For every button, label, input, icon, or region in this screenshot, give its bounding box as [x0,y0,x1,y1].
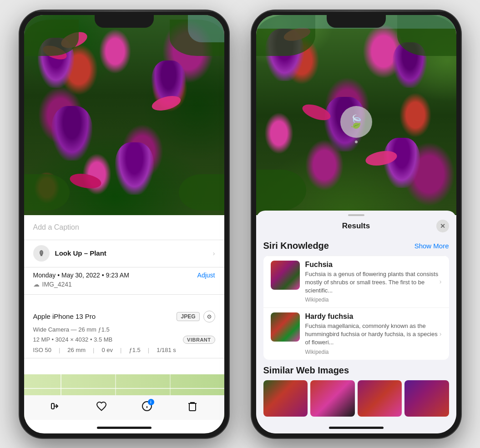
photo-date: Monday • May 30, 2022 • 9:23 AM [33,272,129,279]
fuchsia-name: Fuchsia [305,261,442,269]
aperture-spec: ƒ1.5 [129,347,140,353]
photo-display[interactable] [24,15,224,215]
siri-knowledge-header: Siri Knowledge Show More [256,236,456,254]
camera-specs: Wide Camera — 26 mm ƒ1.5 [33,326,215,333]
caption-placeholder: Add a Caption [33,223,79,231]
device-section: Apple iPhone 13 Pro JPEG ⊙ Wide Camera —… [24,306,224,358]
fuchsia-thumbnail [271,261,300,290]
phone1-content: Add a Caption Look Up – Plant › [24,15,224,433]
lookup-label: Look Up – Plant [55,249,106,257]
hardy-info: Hardy fuchsia Fuchsia magellanica, commo… [305,312,442,355]
svg-point-0 [40,251,42,254]
hardy-source: Wikipedia [305,349,442,355]
similar-image-2[interactable] [310,380,355,417]
notch-2 [327,15,386,28]
similar-title: Similar Web Images [263,365,449,376]
fuchsia-source: Wikipedia [305,297,442,303]
cloud-icon: ☁ [33,281,40,288]
knowledge-item-hardy[interactable]: Hardy fuchsia Fuchsia magellanica, commo… [263,307,449,360]
iso-spec: ISO 50 [33,347,51,353]
phone-1-screen: Add a Caption Look Up – Plant › [24,15,224,433]
siri-leaf-icon: 🍃 [348,114,364,129]
camera-settings-icon[interactable]: ⊙ [203,311,215,322]
shutter-spec: 1/181 s [157,347,176,353]
similar-image-1[interactable] [263,380,308,417]
fuchsia-chevron-icon: › [440,278,442,285]
siri-knowledge-section: Fuchsia Fuchsia is a genus of flowering … [263,256,449,360]
siri-dot [355,141,358,143]
close-button[interactable]: ✕ [436,220,449,232]
info-button[interactable]: i [141,401,152,414]
results-title: Results [342,221,370,231]
notch-1 [95,15,154,28]
hardy-chevron-icon: › [440,330,442,337]
panel-handle [348,214,364,216]
fuchsia-info: Fuchsia Fuchsia is a genus of flowering … [305,261,442,303]
favorite-button[interactable] [96,401,107,414]
vibrant-badge: VIBRANT [183,336,215,344]
adjust-button[interactable]: Adjust [197,272,215,279]
exposure-spec: 0 ev [101,347,113,353]
siri-visual-button[interactable]: 🍃 [340,106,372,138]
phone2-content: 🍃 Results ✕ Siri Knowledge Show More [256,15,456,433]
hardy-desc: Fuchsia magellanica, commonly known as t… [305,322,442,347]
hardy-thumbnail [271,312,300,342]
phone-2: 🍃 Results ✕ Siri Knowledge Show More [252,10,461,438]
similar-image-4[interactable] [404,380,449,417]
caption-area[interactable]: Add a Caption [24,215,224,240]
jpeg-badge: JPEG [177,312,199,321]
device-name: Apple iPhone 13 Pro [33,312,96,320]
home-indicator-2 [329,427,384,429]
home-indicator-1 [97,427,152,429]
tech-specs: ISO 50 | 26 mm | 0 ev | ƒ1.5 | 1/181 s [33,347,215,353]
mp-info: 12 MP • 3024 × 4032 • 3.5 MB [33,336,113,343]
knowledge-item-fuchsia[interactable]: Fuchsia Fuchsia is a genus of flowering … [263,256,449,308]
results-panel: Results ✕ Siri Knowledge Show More [256,211,456,433]
bottom-toolbar: i [24,395,224,420]
phone-2-screen: 🍃 Results ✕ Siri Knowledge Show More [256,15,456,433]
siri-icon [33,245,50,262]
fuchsia-desc: Fuchsia is a genus of flowering plants t… [305,270,442,295]
svg-rect-1 [51,403,54,409]
lookup-chevron-icon: › [213,250,215,257]
info-badge: i [148,399,154,405]
file-name: IMG_4241 [42,281,72,288]
phone-1: Add a Caption Look Up – Plant › [20,10,229,438]
share-button[interactable] [51,401,61,414]
similar-images-row [263,380,449,417]
similar-section: Similar Web Images [256,365,456,417]
delete-button[interactable] [187,401,198,414]
focal-spec: 26 mm [67,347,86,353]
hardy-name: Hardy fuchsia [305,312,442,321]
siri-knowledge-title: Siri Knowledge [263,241,329,251]
results-header: Results ✕ [256,220,456,236]
show-more-button[interactable]: Show More [414,242,449,250]
metadata-section: Monday • May 30, 2022 • 9:23 AM Adjust ☁… [24,265,224,295]
device-badges: JPEG ⊙ [177,311,215,322]
similar-image-3[interactable] [358,380,402,417]
lookup-row[interactable]: Look Up – Plant › [24,240,224,267]
